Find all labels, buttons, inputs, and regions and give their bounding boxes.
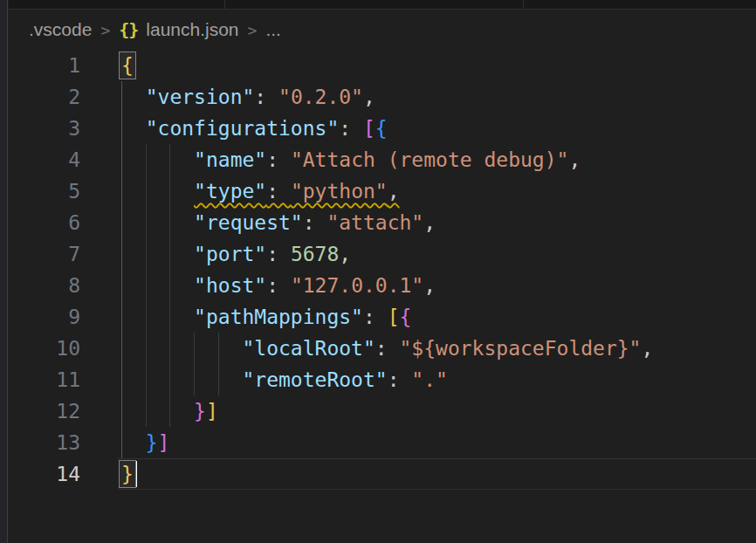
code-token: "host" (194, 270, 266, 301)
line-content[interactable]: "port": 5678, (121, 238, 756, 270)
code-token: "Attach (remote debug)" (291, 144, 569, 175)
code-token: "python" (291, 175, 388, 207)
code-editor[interactable]: 1{2 "version": "0.2.0",3 "configurations… (8, 50, 756, 490)
code-token: : (388, 364, 412, 395)
breadcrumb-symbol-ellipsis[interactable]: ... (265, 19, 281, 40)
code-line-14[interactable]: 14} (8, 458, 756, 490)
active-bracket-guide (121, 175, 122, 207)
line-number[interactable]: 10 (8, 333, 80, 364)
code-line-5[interactable]: 5 "type": "python", (8, 175, 756, 207)
line-number[interactable]: 11 (8, 364, 80, 395)
code-line-10[interactable]: 10 "localRoot": "${workspaceFolder}", (8, 333, 756, 364)
vscode-editor-window: .vscode > {} launch.json > ... 1{2 "vers… (0, 0, 756, 543)
chevron-right-icon: > (100, 21, 111, 39)
code-token: "127.0.0.1" (291, 270, 423, 301)
line-number[interactable]: 14 (8, 458, 80, 490)
line-content[interactable]: "localRoot": "${workspaceFolder}", (121, 333, 756, 364)
active-bracket-guide (121, 113, 122, 144)
code-token: ] (158, 427, 170, 458)
code-token: , (641, 333, 653, 364)
line-content[interactable]: } (121, 458, 756, 490)
line-content[interactable]: "host": "127.0.0.1", (121, 270, 756, 301)
line-content[interactable]: "version": "0.2.0", (121, 81, 756, 113)
code-token: "version" (146, 81, 255, 113)
breadcrumb: .vscode > {} launch.json > ... (8, 10, 756, 50)
code-line-8[interactable]: 8 "host": "127.0.0.1", (8, 270, 756, 301)
indent-guide (169, 270, 170, 301)
line-content[interactable]: "configurations": [{ (121, 113, 756, 144)
line-number[interactable]: 5 (8, 175, 80, 207)
tab-separator (523, 0, 524, 9)
indent-guide (146, 333, 147, 364)
code-token: } (194, 395, 206, 427)
code-line-6[interactable]: 6 "request": "attach", (8, 207, 756, 238)
code-token: "port" (194, 238, 266, 270)
code-token: , (423, 270, 436, 301)
indent-guide (169, 175, 170, 207)
line-content[interactable]: { (121, 50, 756, 81)
line-number[interactable]: 3 (8, 113, 80, 144)
line-content[interactable]: "request": "attach", (121, 207, 756, 238)
line-number[interactable]: 9 (8, 301, 80, 333)
code-token: : (375, 333, 400, 364)
code-line-7[interactable]: 7 "port": 5678, (8, 238, 756, 270)
code-token: { (375, 113, 388, 144)
code-token (121, 364, 242, 395)
line-number[interactable]: 8 (8, 270, 80, 301)
line-content[interactable]: "pathMappings": [{ (121, 301, 756, 333)
code-token (121, 333, 242, 364)
code-token: : (363, 301, 388, 333)
line-content[interactable]: "remoteRoot": "." (121, 364, 756, 395)
code-token: "attach" (326, 207, 423, 238)
code-line-9[interactable]: 9 "pathMappings": [{ (8, 301, 756, 333)
line-number[interactable]: 1 (8, 50, 80, 81)
indent-guide (146, 207, 147, 238)
breadcrumb-folder[interactable]: .vscode (29, 19, 92, 40)
code-token: "pathMappings" (194, 301, 363, 333)
line-number[interactable]: 12 (8, 395, 80, 427)
code-token: "." (411, 364, 448, 395)
active-bracket-guide (121, 238, 122, 270)
code-line-11[interactable]: 11 "remoteRoot": "." (8, 364, 756, 395)
code-line-13[interactable]: 13 }] (8, 427, 756, 458)
code-token (121, 301, 194, 333)
code-line-3[interactable]: 3 "configurations": [{ (8, 113, 756, 144)
line-content[interactable]: }] (121, 395, 756, 427)
line-number[interactable]: 4 (8, 144, 80, 175)
code-token: [ (363, 113, 375, 144)
code-token (121, 270, 194, 301)
code-token: "remoteRoot" (242, 364, 387, 395)
line-number[interactable]: 7 (8, 238, 80, 270)
code-token: "type" (194, 175, 266, 207)
code-token (121, 427, 146, 458)
code-line-12[interactable]: 12 }] (8, 395, 756, 427)
tab-bar-edge (9, 0, 756, 10)
json-file-icon: {} (119, 19, 138, 40)
code-token (121, 81, 146, 113)
line-number[interactable]: 6 (8, 207, 80, 238)
indent-guide (218, 333, 219, 364)
left-panel-edge (0, 0, 8, 543)
code-line-2[interactable]: 2 "version": "0.2.0", (8, 81, 756, 113)
indent-guide (169, 333, 170, 364)
indent-guide (146, 144, 147, 175)
line-number[interactable]: 2 (8, 81, 80, 113)
active-bracket-guide (121, 207, 122, 238)
code-token: : (266, 238, 291, 270)
indent-guide (146, 175, 147, 207)
code-token: , (388, 175, 400, 207)
code-token: "name" (194, 144, 266, 175)
code-token: : (339, 113, 363, 144)
code-line-4[interactable]: 4 "name": "Attach (remote debug)", (8, 144, 756, 175)
indent-guide (218, 364, 219, 395)
line-content[interactable]: "type": "python", (121, 175, 756, 207)
line-content[interactable]: "name": "Attach (remote debug)", (121, 144, 756, 175)
line-content[interactable]: }] (121, 427, 756, 458)
code-token: , (568, 144, 581, 175)
code-token: "request" (194, 207, 303, 238)
breadcrumb-file[interactable]: launch.json (146, 19, 238, 40)
code-line-1[interactable]: 1{ (8, 50, 756, 81)
line-number[interactable]: 13 (8, 427, 80, 458)
indent-guide (169, 207, 170, 238)
code-token: "localRoot" (242, 333, 375, 364)
